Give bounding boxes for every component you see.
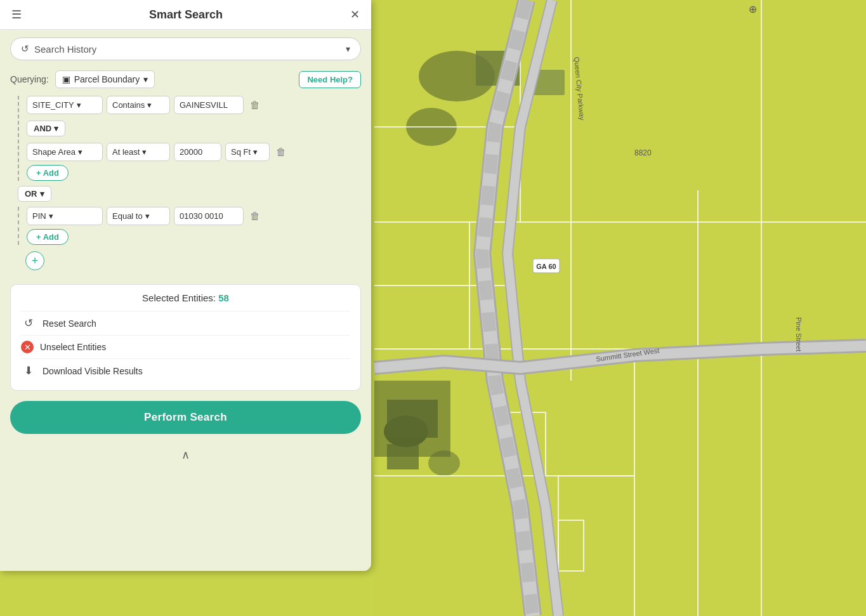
search-history-label: Search History xyxy=(34,44,96,55)
svg-text:8820: 8820 xyxy=(634,148,652,157)
unselect-icon: ✕ xyxy=(21,341,34,353)
condition-row-3: PIN ▾ Equal to ▾ 🗑 xyxy=(27,207,366,225)
results-section: Selected Entities: 58 ↺ Reset Search ✕ U… xyxy=(10,284,361,391)
entities-count: 58 xyxy=(218,292,229,303)
layer-selector[interactable]: ▣ Parcel Boundary ▾ xyxy=(55,70,155,88)
unit-label-2: Sq Ft xyxy=(231,147,251,157)
operator-chevron-3: ▾ xyxy=(145,211,150,221)
svg-text:GA 60: GA 60 xyxy=(536,263,556,270)
layer-icon: ▣ xyxy=(62,74,70,84)
delete-condition-3[interactable]: 🗑 xyxy=(247,208,263,225)
search-history-left: ↺ Search History xyxy=(21,43,96,55)
layer-name: Parcel Boundary xyxy=(74,74,140,84)
and-connector: AND ▾ xyxy=(27,118,366,139)
operator-chevron-1: ▾ xyxy=(147,100,152,110)
operator-label-3: Equal to xyxy=(112,211,143,221)
search-history-dropdown[interactable]: ↺ Search History ▾ xyxy=(10,37,361,60)
field-label-1: SITE_CITY xyxy=(32,100,74,110)
reset-search-row[interactable]: ↺ Reset Search xyxy=(21,311,350,335)
smart-search-panel: ☰ Smart Search ✕ ↺ Search History ▾ Quer… xyxy=(0,0,371,571)
layer-chevron: ▾ xyxy=(143,74,148,84)
unit-selector-2[interactable]: Sq Ft ▾ xyxy=(225,143,270,161)
condition-group-1: SITE_CITY ▾ Contains ▾ 🗑 AND ▾ xyxy=(18,96,366,181)
reset-icon: ↺ xyxy=(21,317,36,330)
or-button[interactable]: OR ▾ xyxy=(18,186,51,202)
field-chevron-3: ▾ xyxy=(49,211,53,221)
unselect-label: Unselect Entities xyxy=(40,342,106,352)
perform-search-button[interactable]: Perform Search xyxy=(10,401,361,434)
collapse-panel-button[interactable]: ∧ xyxy=(181,448,190,462)
field-label-3: PIN xyxy=(32,211,46,221)
field-selector-1[interactable]: SITE_CITY ▾ xyxy=(27,96,103,114)
hamburger-icon[interactable]: ☰ xyxy=(11,8,22,22)
add-group-button[interactable]: + xyxy=(25,251,44,270)
svg-point-5 xyxy=(428,450,460,476)
conditions-area: SITE_CITY ▾ Contains ▾ 🗑 AND ▾ xyxy=(0,93,371,277)
download-icon: ⬇ xyxy=(21,364,36,377)
or-label: OR xyxy=(25,189,37,199)
and-button[interactable]: AND ▾ xyxy=(27,121,65,136)
value-input-3[interactable] xyxy=(174,207,244,225)
svg-rect-9 xyxy=(387,444,419,469)
svg-text:Pine Street: Pine Street xyxy=(795,317,803,351)
field-selector-2[interactable]: Shape Area ▾ xyxy=(27,143,103,161)
delete-condition-2[interactable]: 🗑 xyxy=(273,144,289,161)
operator-chevron-2: ▾ xyxy=(142,147,147,157)
and-label: AND xyxy=(34,124,51,133)
field-label-2: Shape Area xyxy=(32,147,75,157)
need-help-button[interactable]: Need Help? xyxy=(299,71,361,88)
svg-rect-8 xyxy=(387,400,438,438)
svg-text:⊕: ⊕ xyxy=(749,4,757,15)
operator-label-1: Contains xyxy=(112,100,145,110)
field-chevron-1: ▾ xyxy=(77,100,81,110)
panel-footer: ∧ xyxy=(0,442,371,472)
or-chevron: ▾ xyxy=(40,189,44,199)
search-history-chevron: ▾ xyxy=(346,44,350,54)
operator-selector-3[interactable]: Equal to ▾ xyxy=(107,207,170,225)
field-selector-3[interactable]: PIN ▾ xyxy=(27,207,103,225)
unit-chevron-2: ▾ xyxy=(253,147,258,157)
condition-group-2: PIN ▾ Equal to ▾ 🗑 + Add xyxy=(18,207,366,245)
selected-entities-row: Selected Entities: 58 xyxy=(21,292,350,303)
operator-label-2: At least xyxy=(112,147,140,157)
and-chevron: ▾ xyxy=(54,124,58,133)
unselect-entities-row[interactable]: ✕ Unselect Entities xyxy=(21,335,350,358)
panel-title: Smart Search xyxy=(149,8,223,22)
operator-selector-2[interactable]: At least ▾ xyxy=(107,143,170,161)
close-icon[interactable]: ✕ xyxy=(350,8,360,22)
querying-label: Querying: xyxy=(10,74,49,84)
condition-row-2: Shape Area ▾ At least ▾ Sq Ft ▾ 🗑 xyxy=(27,143,366,161)
panel-header: ☰ Smart Search ✕ xyxy=(0,0,371,30)
condition-row-1: SITE_CITY ▾ Contains ▾ 🗑 xyxy=(27,96,366,114)
field-chevron-2: ▾ xyxy=(78,147,82,157)
operator-selector-1[interactable]: Contains ▾ xyxy=(107,96,170,114)
add-condition-2[interactable]: + Add xyxy=(27,229,69,245)
selected-entities-label: Selected Entities: xyxy=(142,292,216,303)
download-results-row[interactable]: ⬇ Download Visible Results xyxy=(21,358,350,383)
delete-condition-1[interactable]: 🗑 xyxy=(247,97,263,114)
value-input-2[interactable] xyxy=(174,143,221,161)
add-condition-1[interactable]: + Add xyxy=(27,165,69,181)
value-input-1[interactable] xyxy=(174,96,244,114)
reset-label: Reset Search xyxy=(43,318,96,329)
or-connector: OR ▾ xyxy=(18,183,366,204)
download-label: Download Visible Results xyxy=(43,366,143,376)
querying-row: Querying: ▣ Parcel Boundary ▾ Need Help? xyxy=(0,68,371,93)
history-icon: ↺ xyxy=(21,43,29,55)
